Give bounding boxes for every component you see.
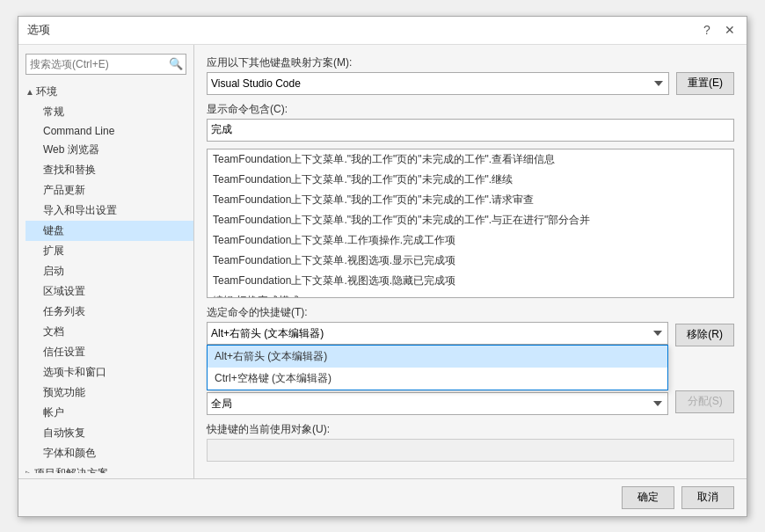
list-item[interactable]: TeamFoundation上下文菜单.工作项操作.完成工作项: [208, 230, 733, 251]
close-button[interactable]: ✕: [722, 22, 738, 38]
title-bar-buttons: ? ✕: [699, 22, 738, 38]
show-commands-label: 显示命令包含(C):: [207, 102, 734, 117]
shortcut-dropdown-popup: Alt+右箭头 (文本编辑器) Ctrl+空格键 (文本编辑器): [207, 345, 668, 390]
sidebar-item-account[interactable]: 帐户: [26, 403, 193, 423]
options-dialog: 选项 ? ✕ 🔍 ▲ 环境 常规 Command Line Web 浏览器: [18, 16, 747, 517]
search-box[interactable]: 🔍: [26, 54, 186, 75]
list-item[interactable]: TeamFoundation上下文菜单.视图选项.显示已完成项: [208, 251, 733, 271]
sidebar-item-commandline[interactable]: Command Line: [26, 122, 193, 140]
sidebar-item-tabswindows[interactable]: 选项卡和窗口: [26, 362, 193, 383]
current-use-input: [207, 439, 734, 462]
projects-label: 项目和解决方案: [34, 466, 108, 473]
shortcut-section: 选定命令的快捷键(T): Alt+右箭头 (文本编辑器) Ctrl+空格键 (文…: [207, 305, 734, 415]
sidebar-item-productupdate[interactable]: 产品更新: [26, 180, 193, 200]
shortcut-row: Alt+右箭头 (文本编辑器) Ctrl+空格键 (文本编辑器) Alt+右箭头…: [207, 322, 734, 415]
keyboard-scheme-row: Visual Studio Code 默认 Visual Studio 6 重置…: [207, 72, 734, 95]
left-panel: 🔍 ▲ 环境 常规 Command Line Web 浏览器 查找和替换 产品更…: [18, 45, 194, 478]
right-panel: 应用以下其他键盘映射方案(M): Visual Studio Code 默认 V…: [194, 45, 747, 478]
projects-group[interactable]: ▷ 项目和解决方案: [18, 463, 193, 473]
shortcut-select-wrapper: Alt+右箭头 (文本编辑器) Ctrl+空格键 (文本编辑器) Alt+右箭头…: [207, 322, 668, 345]
sidebar-item-tasklist[interactable]: 任务列表: [26, 302, 193, 322]
sidebar-item-trust[interactable]: 信任设置: [26, 342, 193, 362]
shortcut-label: 选定命令的快捷键(T):: [207, 305, 734, 320]
search-icon: 🔍: [166, 55, 186, 74]
sidebar-item-findreplace[interactable]: 查找和替换: [26, 160, 193, 180]
dialog-title: 选项: [27, 22, 50, 38]
keyboard-scheme-section: 应用以下其他键盘映射方案(M): Visual Studio Code 默认 V…: [207, 55, 734, 95]
current-use-section: 快捷键的当前使用对象(U):: [207, 422, 734, 462]
sidebar-item-extensions[interactable]: 扩展: [26, 241, 193, 261]
env-group-label: 环境: [36, 84, 57, 99]
sidebar-item-startup[interactable]: 启动: [26, 261, 193, 281]
reset-button[interactable]: 重置(E): [676, 72, 734, 95]
shortcut-select-row: Alt+右箭头 (文本编辑器) Ctrl+空格键 (文本编辑器) Alt+右箭头…: [207, 322, 668, 345]
sidebar-item-locale[interactable]: 区域设置: [26, 281, 193, 302]
shortcut-dropdown-container: Alt+右箭头 (文本编辑器) Ctrl+空格键 (文本编辑器) Alt+右箭头…: [207, 322, 668, 345]
sidebar-item-keyboard[interactable]: 键盘: [26, 221, 193, 241]
dropdown-item-ctrl[interactable]: Ctrl+空格键 (文本编辑器): [208, 368, 667, 390]
env-group[interactable]: ▲ 环境: [18, 82, 193, 102]
list-item[interactable]: TeamFoundation上下文菜单."我的工作"页的"未完成的工作".查看详…: [208, 149, 733, 170]
shortcut-left: Alt+右箭头 (文本编辑器) Ctrl+空格键 (文本编辑器) Alt+右箭头…: [207, 322, 668, 415]
cancel-button[interactable]: 取消: [681, 486, 734, 509]
show-commands-section: 显示命令包含(C):: [207, 102, 734, 142]
projects-triangle: ▷: [26, 469, 33, 473]
keyboard-scheme-label: 应用以下其他键盘映射方案(M):: [207, 55, 734, 70]
env-group-triangle: ▲: [26, 87, 34, 97]
list-item[interactable]: TeamFoundation上下文菜单."我的工作"页的"未完成的工作".请求审…: [208, 190, 733, 210]
tree-container: ▲ 环境 常规 Command Line Web 浏览器 查找和替换 产品更新 …: [18, 82, 193, 473]
sidebar-item-importexport[interactable]: 导入和导出设置: [26, 200, 193, 221]
env-children: 常规 Command Line Web 浏览器 查找和替换 产品更新 导入和导出…: [18, 102, 193, 463]
dropdown-item-alt[interactable]: Alt+右箭头 (文本编辑器): [208, 346, 667, 368]
sidebar-item-autorecover[interactable]: 自动恢复: [26, 423, 193, 443]
search-input[interactable]: [26, 56, 166, 72]
dialog-body: 🔍 ▲ 环境 常规 Command Line Web 浏览器 查找和替换 产品更…: [18, 45, 747, 478]
keyboard-scheme-select[interactable]: Visual Studio Code 默认 Visual Studio 6: [207, 72, 669, 95]
list-item[interactable]: TeamFoundation上下文菜单."我的工作"页的"未完成的工作".继续: [208, 170, 733, 190]
current-use-label: 快捷键的当前使用对象(U):: [207, 422, 734, 437]
help-button[interactable]: ?: [699, 22, 715, 38]
bottom-bar: 确定 取消: [18, 478, 747, 516]
assign-button[interactable]: 分配(S): [675, 390, 734, 413]
list-item[interactable]: TeamFoundation上下文菜单.视图选项.隐藏已完成项: [208, 271, 733, 291]
show-commands-input[interactable]: [207, 119, 734, 142]
list-item[interactable]: TeamFoundation上下文菜单."我的工作"页的"未完成的工作".与正在…: [208, 210, 733, 230]
sidebar-item-documents[interactable]: 文档: [26, 322, 193, 342]
shortcut-select[interactable]: Alt+右箭头 (文本编辑器) Ctrl+空格键 (文本编辑器): [207, 322, 668, 345]
remove-button[interactable]: 移除(R): [675, 324, 734, 346]
sidebar-item-preview[interactable]: 预览功能: [26, 383, 193, 403]
commands-listbox: TeamFoundation上下文菜单."我的工作"页的"未完成的工作".查看详…: [207, 149, 734, 298]
sidebar-item-general[interactable]: 常规: [26, 102, 193, 122]
title-bar: 选项 ? ✕: [18, 17, 747, 45]
shortcut-buttons: 移除(R) 分配(S): [675, 322, 734, 413]
scope-select[interactable]: 全局 文本编辑器: [207, 392, 668, 415]
list-item[interactable]: 编辑.切换完成模式: [208, 291, 733, 298]
sidebar-item-fonts[interactable]: 字体和颜色: [26, 443, 193, 463]
ok-button[interactable]: 确定: [622, 486, 674, 509]
scope-row: 全局 文本编辑器: [207, 392, 668, 415]
sidebar-item-webbrowser[interactable]: Web 浏览器: [26, 140, 193, 160]
